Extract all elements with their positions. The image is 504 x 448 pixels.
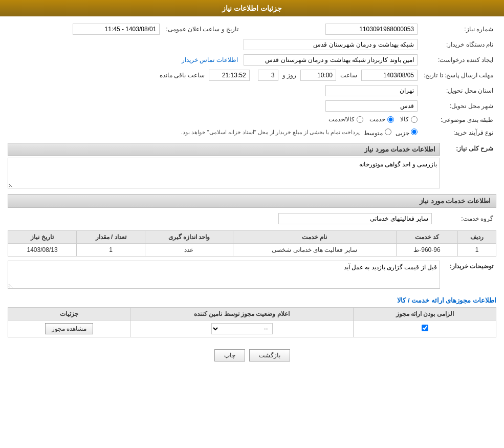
contact-link[interactable]: اطلاعات تماس خریدار: [182, 56, 238, 63]
col-status: اعلام وضعیت مجوز توسط نامین کننده: [130, 307, 354, 320]
services-table: ردیف کد خدمت نام خدمت واحد اندازه گیری ت…: [8, 230, 496, 257]
cell-quantity: 1: [77, 243, 145, 256]
days-input[interactable]: [258, 70, 278, 81]
buyer-description-textarea[interactable]: قبل از قیمت گزاری بازدید به عمل آید: [8, 261, 440, 289]
col-name: نام خدمت: [233, 230, 396, 243]
deadline-date-input[interactable]: [361, 70, 418, 81]
license-required-cell: [354, 320, 496, 337]
clock-input[interactable]: [209, 70, 250, 81]
buyer-label: نام دستگاه خریدار:: [421, 37, 496, 52]
col-details: جزئیات: [8, 307, 130, 320]
cell-name: سایر فعالیت های خدماتی شخصی: [233, 243, 396, 256]
service-group-input[interactable]: [278, 213, 432, 224]
purchase-jozi-option[interactable]: جزیی: [396, 129, 418, 137]
time-label: ساعت: [340, 72, 357, 79]
category-kala-radio[interactable]: [411, 116, 418, 123]
date-input[interactable]: [73, 24, 160, 35]
buyer-description-label: توضیحات خریدار:: [440, 261, 496, 270]
buyer-description-section: توضیحات خریدار: قبل از قیمت گزاری بازدید…: [8, 261, 496, 290]
main-info-table: شماره نیاز: تاریخ و ساعت اعلان عمومی: نا…: [8, 22, 496, 139]
license-section-link[interactable]: اطلاعات مجوزهای ارائه خدمت / کالا: [397, 296, 496, 304]
license-details-cell: مشاهده مجوز: [8, 320, 130, 337]
date-label: تاریخ و ساعت اعلان عمومی:: [163, 22, 242, 37]
license-status-cell: --: [130, 320, 354, 337]
deadline-label: مهلت ارسال پاسخ: تا تاریخ:: [421, 68, 496, 83]
license-required-checkbox[interactable]: [422, 325, 428, 331]
footer-buttons: بازگشت چاپ: [8, 342, 496, 369]
category-kala-khedmat-option[interactable]: کالا/خدمت: [328, 116, 363, 123]
remaining-label: ساعت باقی مانده: [160, 72, 205, 79]
province-label: استان محل تحویل:: [421, 83, 496, 98]
cell-row: 1: [458, 243, 496, 256]
province-input[interactable]: [325, 85, 418, 96]
col-quantity: تعداد / مقدار: [77, 230, 145, 243]
page-title: جزئیات اطلاعات نیاز: [222, 4, 282, 12]
days-label: روز و: [282, 72, 296, 79]
col-required: الزامی بودن ارائه مجوز: [354, 307, 496, 320]
purchase-note: پرداخت تمام یا بخشی از مبلغ خریدار از مح…: [181, 129, 360, 136]
table-row: 1 960-96-ط سایر فعالیت های خدماتی شخصی ع…: [8, 243, 496, 256]
cell-date: 1403/08/13: [8, 243, 77, 256]
category-khedmat-option[interactable]: خدمت: [369, 116, 394, 123]
need-description-textarea[interactable]: بازرسی و اخذ گواهی موتورخانه: [8, 158, 440, 188]
page-header: جزئیات اطلاعات نیاز: [0, 0, 504, 16]
license-table: الزامی بودن ارائه مجوز اعلام وضعیت مجوز …: [8, 307, 496, 337]
service-group-table: گروه خدمت:: [8, 211, 496, 226]
purchase-motavasset-radio[interactable]: [385, 129, 391, 135]
purchase-motavasset-option[interactable]: متوسط: [364, 129, 391, 137]
need-number-label: شماره نیاز:: [421, 22, 496, 37]
purchase-label: نوع فرآیند خرید:: [421, 126, 496, 139]
services-title: اطلاعات خدمات مورد نیاز: [420, 197, 491, 205]
purchase-jozi-radio[interactable]: [411, 129, 418, 135]
category-kala-khedmat-radio[interactable]: [357, 116, 363, 123]
col-code: کد خدمت: [396, 230, 458, 243]
cell-code: 960-96-ط: [396, 243, 458, 256]
city-input[interactable]: [325, 100, 418, 112]
service-group-label: گروه خدمت:: [435, 211, 496, 226]
need-description-section: شرح کلی نیاز: اطلاعات خدمات مورد نیاز با…: [8, 143, 496, 190]
time-input[interactable]: [300, 70, 336, 81]
print-button[interactable]: چاپ: [214, 349, 245, 361]
category-label: طبقه بندی موضوعی:: [421, 114, 496, 126]
services-section-header: اطلاعات خدمات مورد نیاز: [8, 194, 496, 208]
category-khedmat-radio[interactable]: [387, 116, 394, 123]
cell-unit: عدد: [145, 243, 233, 256]
creator-label: ایجاد کننده درخواست:: [421, 52, 496, 68]
city-label: شهر محل تحویل:: [421, 98, 496, 114]
need-description-title: اطلاعات خدمات مورد نیاز: [364, 145, 435, 153]
view-license-button[interactable]: مشاهده مجوز: [45, 323, 93, 334]
col-row: ردیف: [458, 230, 496, 243]
category-radio-group: کالا خدمت کالا/خدمت: [328, 116, 418, 123]
license-status-select[interactable]: --: [211, 323, 273, 334]
need-description-label: شرح کلی نیاز:: [440, 143, 496, 152]
category-kala-option[interactable]: کالا: [400, 116, 418, 123]
creator-input[interactable]: [244, 54, 418, 66]
back-button[interactable]: بازگشت: [249, 349, 290, 361]
license-row: -- مشاهده مجوز: [8, 320, 496, 337]
buyer-input[interactable]: [244, 39, 418, 50]
need-number-input[interactable]: [325, 24, 418, 35]
col-unit: واحد اندازه گیری: [145, 230, 233, 243]
col-date: تاریخ نیاز: [8, 230, 77, 243]
